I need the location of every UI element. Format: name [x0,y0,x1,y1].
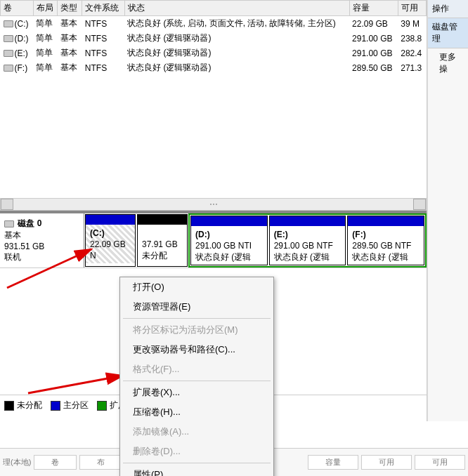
col-volume[interactable]: 卷 [1,1,34,16]
col-capacity[interactable]: 容量 [349,1,398,16]
volume-icon [4,35,13,42]
col-fs[interactable]: 文件系统 [82,1,124,16]
disk-icon [4,220,14,227]
volume-icon [4,65,13,72]
col-free[interactable]: 可用 [398,1,426,16]
col-type[interactable]: 类型 [58,1,82,16]
scroll-track[interactable]: ⋯ [13,199,413,209]
menu-mark-active: 将分区标记为活动分区(M) [120,320,273,340]
menu-add-mirror: 添加镜像(A)... [120,422,273,442]
volume-row[interactable]: (D:)简单基本NTFS状态良好 (逻辑驱动器)291.00 GB238.8 [1,31,427,46]
context-menu: 打开(O) 资源管理器(E) 将分区标记为活动分区(M) 更改驱动器号和路径(C… [119,277,274,476]
sidebar-item-more[interactable]: 更多操 [428,48,468,78]
disk-info[interactable]: 磁盘 0 基本 931.51 GB 联机 [0,213,84,267]
partition-e[interactable]: (E:) 291.00 GB NTF 状态良好 (逻辑 [269,216,346,265]
menu-open[interactable]: 打开(O) [120,277,273,297]
disk-state: 联机 [4,252,21,262]
scroll-left-button[interactable] [1,199,13,210]
menu-shrink-volume[interactable]: 压缩卷(H)... [120,402,273,422]
disk-size: 931.51 GB [4,242,44,251]
legend-primary-icon [51,401,60,411]
legend-extended-icon [97,401,107,411]
partition-unallocated[interactable]: 37.91 GB 未分配 [137,214,188,267]
partition-f[interactable]: (F:) 289.50 GB NTF 状态良好 (逻辑 [347,216,424,265]
menu-delete-volume: 删除卷(D)... [120,442,273,461]
col-status[interactable]: 状态 [124,1,349,16]
volume-row[interactable]: (F:)简单基本NTFS状态良好 (逻辑驱动器)289.50 GB271.3 [1,60,427,75]
disk-name: 磁盘 0 [18,218,41,228]
menu-properties[interactable]: 属性(P) [120,465,273,476]
menu-explorer[interactable]: 资源管理器(E) [120,297,273,317]
menu-extend-volume[interactable]: 扩展卷(X)... [120,383,273,402]
actions-sidebar: 操作 磁盘管理 更多操 [427,0,468,421]
partition-c[interactable]: (C:) 22.09 GB N 状态良好 (系 [85,214,136,267]
legend-unallocated-icon [4,401,14,411]
menu-change-letter[interactable]: 更改驱动器号和路径(C)... [120,340,273,359]
volume-icon [4,20,13,27]
volume-list-pane: 卷 布局 类型 文件系统 状态 容量 可用 (C:)简单基本NTFS状态良好 (… [0,0,427,211]
disk-type: 基本 [4,230,21,240]
col-layout[interactable]: 布局 [33,1,58,16]
horizontal-scrollbar[interactable]: ⋯ [0,198,427,211]
sidebar-header: 操作 [428,0,468,18]
partition-d[interactable]: (D:) 291.00 GB NTI 状态良好 (逻辑 [190,216,268,265]
volume-row[interactable]: (E:)简单基本NTFS状态良好 (逻辑驱动器)291.00 GB282.4 [1,46,427,60]
sidebar-item-diskmgmt[interactable]: 磁盘管理 [428,18,468,48]
scroll-right-button[interactable] [413,199,426,210]
extended-partition: (D:) 291.00 GB NTI 状态良好 (逻辑 (E:) 291.00 … [188,213,427,267]
menu-format: 格式化(F)... [120,359,273,379]
volume-icon [4,50,13,57]
volume-row[interactable]: (C:)简单基本NTFS状态良好 (系统, 启动, 页面文件, 活动, 故障转储… [1,16,427,32]
